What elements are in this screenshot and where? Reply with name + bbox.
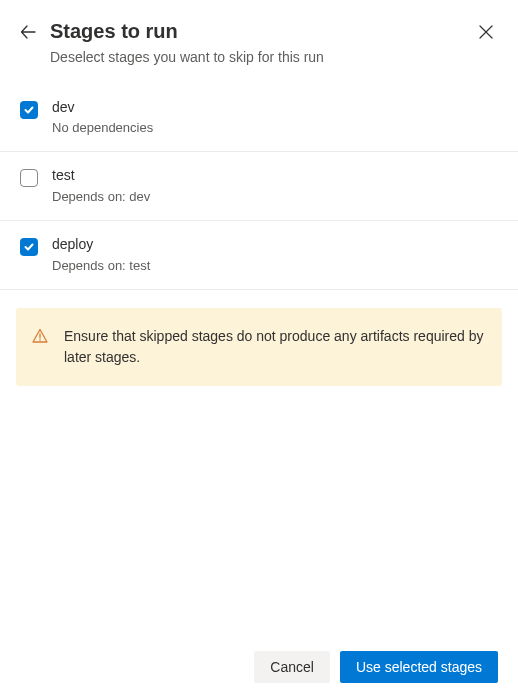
stage-checkbox[interactable] (20, 169, 38, 187)
panel-title: Stages to run (50, 18, 460, 44)
stage-name: test (52, 166, 150, 186)
warning-icon (32, 328, 48, 348)
stage-dependency: No dependencies (52, 119, 153, 137)
stage-dependency: Depends on: test (52, 257, 150, 275)
stage-name: deploy (52, 235, 150, 255)
checkmark-icon (23, 241, 35, 253)
stage-list: dev No dependencies test Depends on: dev… (0, 84, 518, 290)
stage-text: test Depends on: dev (52, 166, 150, 206)
use-selected-stages-button[interactable]: Use selected stages (340, 651, 498, 683)
stage-checkbox[interactable] (20, 238, 38, 256)
close-icon (478, 24, 494, 40)
close-button[interactable] (474, 20, 498, 44)
cancel-button[interactable]: Cancel (254, 651, 330, 683)
stage-item-deploy: deploy Depends on: test (0, 221, 518, 290)
stage-text: deploy Depends on: test (52, 235, 150, 275)
warning-text: Ensure that skipped stages do not produc… (64, 326, 484, 368)
header-text: Stages to run Deselect stages you want t… (50, 18, 460, 68)
panel-header: Stages to run Deselect stages you want t… (0, 0, 518, 84)
panel-subtitle: Deselect stages you want to skip for thi… (50, 48, 460, 68)
warning-message: Ensure that skipped stages do not produc… (16, 308, 502, 386)
stage-checkbox[interactable] (20, 101, 38, 119)
panel-footer: Cancel Use selected stages (0, 639, 518, 699)
back-button[interactable] (20, 24, 36, 40)
checkmark-icon (23, 104, 35, 116)
stage-item-dev: dev No dependencies (0, 84, 518, 153)
svg-point-1 (39, 339, 41, 341)
stage-dependency: Depends on: dev (52, 188, 150, 206)
arrow-left-icon (20, 24, 36, 40)
stage-item-test: test Depends on: dev (0, 152, 518, 221)
stage-text: dev No dependencies (52, 98, 153, 138)
stage-name: dev (52, 98, 153, 118)
